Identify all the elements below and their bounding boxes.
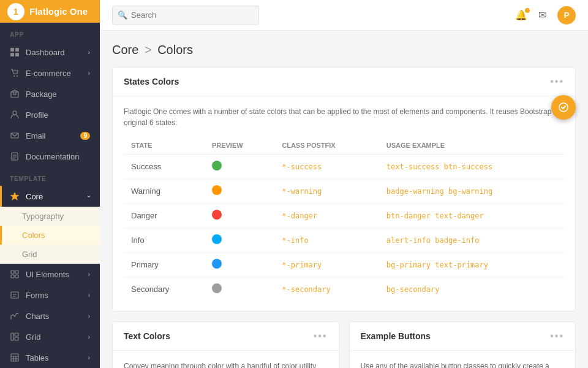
state-name: Warning (124, 179, 205, 204)
sidebar-subitem-colors[interactable]: Colors (0, 226, 100, 245)
state-usage: badge-warning bg-warning (379, 179, 564, 204)
ui-icon (10, 269, 20, 279)
sidebar-item-ui-elements[interactable]: UI Elements › (0, 264, 100, 285)
svg-rect-18 (15, 337, 18, 340)
state-usage: text-success btn-success (379, 155, 564, 179)
sidebar-item-label: Email (26, 131, 74, 140)
sidebar-subitem-typography[interactable]: Typography (0, 207, 100, 226)
text-colors-title: Text Colors (124, 331, 170, 341)
chevron-down-icon: › (86, 195, 92, 197)
app-name: Flatlogic One (29, 6, 88, 17)
example-buttons-title: Example Buttons (361, 331, 431, 341)
text-colors-header: Text Colors ••• (113, 322, 339, 351)
svg-rect-11 (11, 270, 14, 274)
sidebar-item-charts[interactable]: Charts › (0, 305, 100, 326)
state-preview (205, 228, 274, 253)
user-icon (10, 110, 20, 120)
chevron-icon: › (88, 70, 90, 77)
state-postfix: *-warning (274, 179, 379, 204)
svg-point-4 (13, 75, 15, 77)
sidebar-item-label: Tables (26, 353, 82, 362)
svg-point-7 (13, 111, 17, 115)
table-icon (10, 353, 20, 362)
state-usage: bg-secondary (379, 277, 564, 302)
box-icon (10, 89, 20, 99)
svg-rect-15 (11, 292, 18, 298)
topbar-icons: 🔔 ✉ P (515, 6, 576, 25)
chevron-icon: › (88, 355, 90, 361)
svg-rect-16 (11, 333, 13, 340)
doc-icon (10, 151, 20, 161)
fab-button[interactable] (551, 95, 576, 120)
avatar[interactable]: P (557, 6, 576, 25)
states-table: STATE PREVIEW CLASS POSTFIX USAGE EXAMPL… (124, 137, 564, 301)
col-preview: PREVIEW (205, 137, 274, 155)
table-row: Info *-info alert-info badge-info (124, 228, 564, 253)
sidebar-header: 1 Flatlogic One (0, 0, 100, 23)
sidebar-item-profile[interactable]: Profile (0, 104, 100, 125)
notification-bell[interactable]: 🔔 (515, 9, 527, 21)
sidebar-item-forms[interactable]: Forms › (0, 285, 100, 305)
state-name: Success (124, 155, 205, 179)
states-colors-card: States Colors ••• Flatlogic One comes wi… (112, 67, 576, 312)
bottom-row: Text Colors ••• Convey meaning through c… (112, 321, 576, 368)
state-name: Primary (124, 253, 205, 277)
page-title: Core > Colors (112, 43, 576, 57)
state-name: Info (124, 228, 205, 253)
mail-icon[interactable]: ✉ (538, 9, 546, 21)
text-colors-card: Text Colors ••• Convey meaning through c… (112, 321, 339, 368)
search-input[interactable] (131, 10, 254, 20)
sidebar-item-label: Core (26, 192, 82, 201)
breadcrumb-part1: Core (112, 43, 138, 56)
state-preview (205, 277, 274, 302)
sidebar-item-label: UI Elements (26, 270, 82, 279)
breadcrumb-separator: > (145, 43, 155, 56)
state-name: Secondary (124, 277, 205, 302)
svg-rect-1 (15, 48, 19, 52)
svg-rect-2 (10, 53, 14, 56)
table-row: Danger *-danger btn-danger text-danger (124, 204, 564, 228)
sidebar-item-label: Grid (26, 332, 82, 342)
svg-marker-10 (11, 193, 19, 200)
sidebar-item-documentation[interactable]: Documentation (0, 146, 100, 167)
state-usage: bg-primary text-primary (379, 253, 564, 277)
section-label-template: TEMPLATE (0, 167, 100, 186)
sidebar-subitem-grid[interactable]: Grid (0, 245, 100, 264)
sidebar-item-label: Profile (26, 110, 90, 120)
state-name: Danger (124, 204, 205, 228)
cart-icon (10, 68, 20, 78)
chevron-icon: › (88, 334, 90, 340)
topbar: 🔍 🔔 ✉ P (100, 0, 588, 31)
chevron-icon: › (88, 49, 90, 56)
svg-rect-19 (11, 354, 18, 361)
svg-rect-13 (11, 275, 14, 278)
states-colors-menu[interactable]: ••• (550, 76, 564, 87)
sidebar-item-dashboard[interactable]: Dashboard › (0, 42, 100, 63)
email-badge: 9 (80, 132, 90, 140)
chevron-icon: › (88, 313, 90, 320)
sidebar-item-email[interactable]: Email 9 (0, 125, 100, 146)
svg-rect-0 (10, 48, 14, 52)
sidebar-item-tables[interactable]: Tables › (0, 347, 100, 368)
example-buttons-card: Example Buttons ••• Use any of the avail… (349, 321, 576, 368)
sidebar-item-label: Forms (26, 291, 82, 300)
col-state: STATE (124, 137, 205, 155)
notification-dot (525, 8, 530, 13)
star-icon (10, 191, 20, 201)
chevron-icon: › (88, 271, 90, 278)
search-box[interactable]: 🔍 (112, 6, 259, 25)
state-preview (205, 179, 274, 204)
svg-rect-14 (15, 275, 18, 278)
sidebar-item-core[interactable]: Core › (0, 186, 100, 207)
example-buttons-menu[interactable]: ••• (550, 331, 564, 342)
table-row: Primary *-primary bg-primary text-primar… (124, 253, 564, 277)
sidebar-item-ecommerce[interactable]: E-commerce › (0, 63, 100, 83)
sidebar-item-grid[interactable]: Grid › (0, 326, 100, 347)
sidebar-item-label: Documentation (26, 152, 90, 161)
sidebar-item-label: E-commerce (26, 69, 82, 78)
text-colors-menu[interactable]: ••• (314, 331, 328, 342)
table-row: Secondary *-secondary bg-secondary (124, 277, 564, 302)
search-icon: 🔍 (118, 10, 127, 20)
sidebar-item-label: Package (26, 90, 90, 99)
sidebar-item-package[interactable]: Package (0, 83, 100, 104)
